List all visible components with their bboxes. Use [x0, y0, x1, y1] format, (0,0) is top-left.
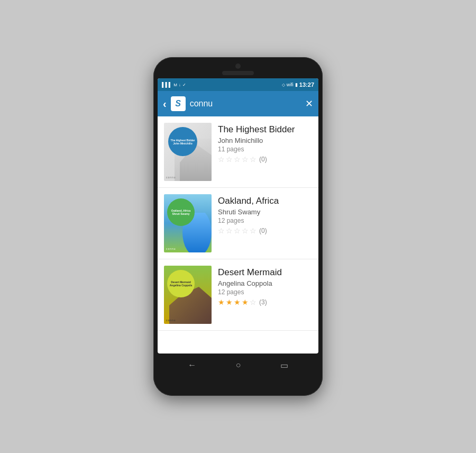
book-title-3: Desert Mermaid: [218, 267, 312, 278]
star-3-1: ★: [218, 298, 225, 306]
star-1-3: ☆: [234, 155, 241, 164]
cover-circle-2: Oakland, Africa Shruti Swamy: [167, 198, 195, 226]
star-2-1: ☆: [218, 226, 225, 235]
nfc-icon: ◇: [282, 83, 285, 87]
status-icons-right: ◇ wifi ▮ 13:27: [282, 81, 314, 88]
gmail-icon: M: [173, 83, 177, 87]
status-icons-left: ▌▌▌ M ↓ ✓: [162, 82, 186, 87]
cover-text-1: The Highest Bidder John Minichillo: [168, 138, 197, 146]
book-cover-3: Desert Mermaid Angelina Coppola connu: [164, 266, 212, 324]
star-2-4: ☆: [242, 226, 249, 235]
status-time: 13:27: [299, 81, 314, 88]
app-logo: S: [171, 96, 186, 111]
cover-text-2: Oakland, Africa Shruti Swamy: [167, 208, 195, 216]
cover-circle-3: Desert Mermaid Angelina Coppola: [167, 270, 195, 297]
battery-icon: ▮: [295, 82, 298, 87]
wifi-icon: wifi: [287, 82, 294, 87]
results-list: The Highest Bidder John Minichillo connu…: [158, 116, 318, 354]
book-item-1[interactable]: The Highest Bidder John Minichillo connu…: [158, 116, 318, 188]
star-3-3: ★: [234, 298, 241, 306]
star-2-2: ☆: [226, 226, 233, 235]
back-button[interactable]: ‹: [163, 98, 167, 110]
cover-circle-1: The Highest Bidder John Minichillo: [168, 127, 197, 156]
book-pages-2: 12 pages: [218, 217, 312, 224]
star-1-1: ☆: [218, 155, 225, 164]
star-2-5: ☆: [250, 226, 257, 235]
phone-speaker: [222, 71, 254, 75]
star-3-4: ★: [242, 298, 249, 306]
home-nav-button[interactable]: ○: [236, 360, 241, 370]
clear-button[interactable]: ✕: [305, 98, 313, 110]
rating-count-2: (0): [259, 227, 267, 234]
back-nav-button[interactable]: ←: [188, 360, 196, 370]
star-3-2: ★: [226, 298, 233, 306]
phone-camera: [235, 64, 241, 69]
book-cover-2: Oakland, Africa Shruti Swamy connu: [164, 194, 212, 252]
star-1-5: ☆: [250, 155, 257, 164]
book-rating-1: ☆ ☆ ☆ ☆ ☆ (0): [218, 155, 312, 164]
search-input[interactable]: [190, 99, 301, 108]
connu-label-2: connu: [166, 247, 176, 250]
book-title-2: Oakland, Africa: [218, 195, 312, 207]
star-2-3: ☆: [234, 226, 241, 235]
recents-nav-button[interactable]: ▭: [280, 360, 288, 370]
book-pages-3: 12 pages: [218, 288, 312, 296]
book-info-2: Oakland, Africa Shruti Swamy 12 pages ☆ …: [218, 194, 312, 235]
star-1-4: ☆: [242, 155, 249, 164]
book-author-3: Angelina Coppola: [218, 279, 312, 287]
book-item-3[interactable]: Desert Mermaid Angelina Coppola connu De…: [158, 259, 318, 331]
download-icon: ↓: [179, 83, 181, 87]
signal-icon: ▌▌▌: [162, 82, 172, 87]
star-3-5: ☆: [250, 298, 257, 306]
connu-label-1: connu: [166, 176, 176, 179]
book-pages-1: 11 pages: [218, 146, 312, 153]
phone-device: ▌▌▌ M ↓ ✓ ◇ wifi ▮ 13:27 ‹ S ✕: [153, 57, 323, 396]
cover-text-3: Desert Mermaid Angelina Coppola: [167, 279, 195, 288]
book-author-2: Shruti Swamy: [218, 208, 312, 216]
book-author-1: John Minichillo: [218, 137, 312, 144]
rating-count-3: (3): [259, 298, 267, 306]
phone-screen: ▌▌▌ M ↓ ✓ ◇ wifi ▮ 13:27 ‹ S ✕: [158, 78, 318, 354]
connu-label-3: connu: [166, 319, 176, 322]
book-info-3: Desert Mermaid Angelina Coppola 12 pages…: [218, 266, 312, 306]
check-icon: ✓: [182, 83, 186, 87]
nav-bar: ← ○ ▭: [158, 354, 318, 377]
star-1-2: ☆: [226, 155, 233, 164]
book-info-1: The Highest Bidder John Minichillo 11 pa…: [218, 123, 312, 164]
book-cover-1: The Highest Bidder John Minichillo connu: [164, 123, 212, 181]
search-bar: ‹ S ✕: [158, 91, 318, 116]
rating-count-1: (0): [259, 156, 267, 163]
book-title-1: The Highest Bidder: [218, 124, 312, 135]
book-rating-2: ☆ ☆ ☆ ☆ ☆ (0): [218, 226, 312, 235]
book-rating-3: ★ ★ ★ ★ ☆ (3): [218, 298, 312, 306]
status-bar: ▌▌▌ M ↓ ✓ ◇ wifi ▮ 13:27: [158, 78, 318, 91]
book-item-2[interactable]: Oakland, Africa Shruti Swamy connu Oakla…: [158, 188, 318, 259]
